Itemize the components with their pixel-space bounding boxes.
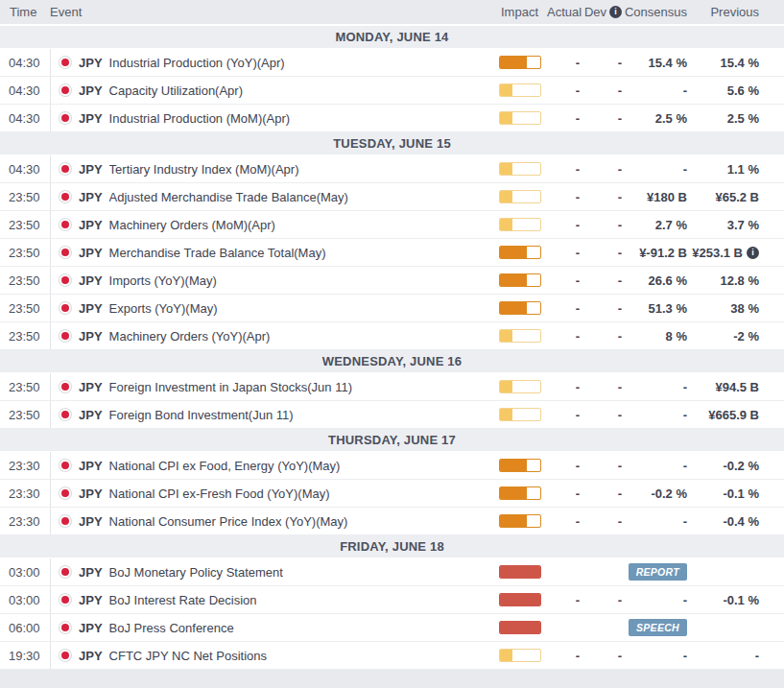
consensus-value: - (622, 408, 687, 422)
table-row[interactable]: 23:50 JPY Merchandise Trade Balance Tota… (0, 239, 784, 267)
event-name[interactable]: BoJ Interest Rate Decision (109, 593, 257, 607)
table-row[interactable]: 23:50 JPY Foreign Bond Investment(Jun 11… (0, 401, 784, 429)
actual-value: - (547, 56, 580, 70)
previous-value: -0.2 % (687, 459, 759, 473)
column-header-dev: Dev i (580, 5, 622, 19)
event-name[interactable]: Foreign Bond Investment(Jun 11) (109, 408, 294, 422)
table-row[interactable]: 23:50 JPY Foreign Investment in Japan St… (0, 373, 784, 401)
impact-indicator (499, 514, 541, 528)
event-name[interactable]: BoJ Monetary Policy Statement (109, 565, 283, 580)
deviation-value: - (580, 273, 622, 288)
deviation-value: - (580, 486, 622, 501)
currency-code: JPY (79, 111, 103, 126)
previous-value: -0.1 % (687, 486, 759, 501)
event-time: 23:50 (0, 246, 50, 260)
japan-flag-icon (59, 459, 72, 472)
event-time: 19:30 (0, 649, 50, 663)
event-name[interactable]: Imports (YoY)(May) (109, 273, 217, 288)
previous-info-icon[interactable]: i (747, 247, 759, 259)
japan-flag-icon (59, 486, 72, 500)
currency-code: JPY (79, 565, 103, 580)
event-name[interactable]: BoJ Press Conference (109, 621, 234, 635)
table-row[interactable]: 23:30 JPY National CPI ex Food, Energy (… (0, 452, 784, 480)
event-name[interactable]: National CPI ex Food, Energy (YoY)(May) (109, 459, 341, 473)
consensus-value: ¥180 B (622, 190, 687, 204)
event-time: 23:50 (0, 408, 50, 422)
impact-indicator (499, 162, 541, 176)
event-time: 23:50 (0, 273, 50, 288)
previous-value: ¥65.2 B (687, 190, 759, 204)
table-row[interactable]: 04:30 JPY Industrial Production (YoY)(Ap… (0, 49, 784, 77)
impact-fill (500, 330, 512, 342)
day-separator-label: MONDAY, JUNE 14 (335, 30, 448, 44)
impact-fill (500, 57, 527, 68)
consensus-value: ¥-91.2 B (622, 246, 687, 260)
event-name[interactable]: Tertiary Industry Index (MoM)(Apr) (109, 162, 299, 177)
impact-indicator (499, 649, 541, 662)
japan-flag-icon (59, 190, 72, 203)
event-name[interactable]: Adjusted Merchandise Trade Balance(May) (109, 190, 348, 204)
deviation-value: - (580, 301, 622, 316)
impact-cell (491, 565, 547, 579)
previous-value: 5.6 % (687, 83, 759, 98)
event-name[interactable]: CFTC JPY NC Net Positions (109, 649, 267, 663)
table-row[interactable]: 04:30 JPY Industrial Production (MoM)(Ap… (0, 105, 784, 132)
impact-fill (500, 247, 527, 258)
dev-info-icon[interactable]: i (609, 6, 622, 18)
event-name[interactable]: Capacity Utilization(Apr) (109, 83, 243, 98)
event-name[interactable]: Exports (YoY)(May) (109, 301, 218, 316)
event-time: 23:30 (0, 514, 50, 529)
currency-code: JPY (79, 514, 103, 529)
consensus-value: 8 % (622, 329, 687, 344)
impact-cell (491, 162, 547, 176)
event-time: 23:50 (0, 301, 50, 316)
event-name[interactable]: Machinery Orders (MoM)(Apr) (109, 218, 275, 232)
currency-code: JPY (79, 273, 103, 288)
table-row[interactable]: 04:30 JPY Tertiary Industry Index (MoM)(… (0, 155, 784, 183)
consensus-value: - (622, 514, 687, 529)
event-name[interactable]: National CPI ex-Fresh Food (YoY)(May) (109, 486, 330, 501)
japan-flag-icon (59, 649, 72, 662)
event-cell: JPY National CPI ex Food, Energy (YoY)(M… (50, 452, 491, 479)
event-name[interactable]: Foreign Investment in Japan Stocks(Jun 1… (109, 380, 352, 394)
event-cell: JPY BoJ Interest Rate Decision (50, 586, 491, 613)
event-name[interactable]: National Consumer Price Index (YoY)(May) (109, 514, 348, 529)
event-name[interactable]: Industrial Production (YoY)(Apr) (109, 56, 285, 70)
currency-code: JPY (79, 218, 103, 232)
event-time: 03:00 (0, 565, 50, 580)
table-row[interactable]: 23:30 JPY National CPI ex-Fresh Food (Yo… (0, 480, 784, 508)
japan-flag-icon (59, 565, 72, 579)
table-row[interactable]: 23:50 JPY Machinery Orders (MoM)(Apr) - … (0, 211, 784, 239)
table-row[interactable]: 04:30 JPY Capacity Utilization(Apr) - - … (0, 77, 784, 105)
event-name[interactable]: Machinery Orders (YoY)(Apr) (109, 329, 271, 344)
day-separator-label: THURSDAY, JUNE 17 (328, 433, 456, 447)
table-row[interactable]: 23:50 JPY Adjusted Merchandise Trade Bal… (0, 183, 784, 211)
impact-cell (491, 459, 547, 472)
actual-value: - (547, 459, 580, 473)
japan-flag-icon (59, 56, 72, 69)
table-row[interactable]: 23:50 JPY Exports (YoY)(May) - - 51.3 % … (0, 295, 784, 322)
actual-value: - (547, 649, 580, 663)
impact-indicator (499, 486, 541, 500)
impact-fill (500, 487, 527, 499)
event-cell: JPY Merchandise Trade Balance Total(May) (50, 239, 491, 266)
previous-value: - (687, 649, 759, 663)
page-background-strip (0, 670, 784, 685)
table-row[interactable]: 23:50 JPY Imports (YoY)(May) - - 26.6 % … (0, 267, 784, 295)
column-header-time: Time (0, 5, 50, 19)
table-row[interactable]: 23:30 JPY National Consumer Price Index … (0, 508, 784, 535)
actual-value: - (547, 593, 580, 607)
impact-indicator (499, 329, 541, 343)
table-row[interactable]: 06:00 JPY BoJ Press Conference SPEECH (0, 614, 784, 642)
table-row[interactable]: 03:00 JPY BoJ Monetary Policy Statement … (0, 558, 784, 586)
table-row[interactable]: 19:30 JPY CFTC JPY NC Net Positions - - … (0, 642, 784, 670)
table-row[interactable]: 03:00 JPY BoJ Interest Rate Decision - -… (0, 586, 784, 614)
currency-code: JPY (79, 621, 103, 635)
japan-flag-icon (59, 246, 72, 259)
event-name[interactable]: Industrial Production (MoM)(Apr) (109, 111, 291, 126)
event-time: 23:50 (0, 190, 50, 204)
event-name[interactable]: Merchandise Trade Balance Total(May) (109, 246, 326, 260)
event-cell: JPY BoJ Press Conference (50, 614, 491, 641)
column-header-actual: Actual (547, 5, 580, 19)
table-row[interactable]: 23:50 JPY Machinery Orders (YoY)(Apr) - … (0, 322, 784, 350)
